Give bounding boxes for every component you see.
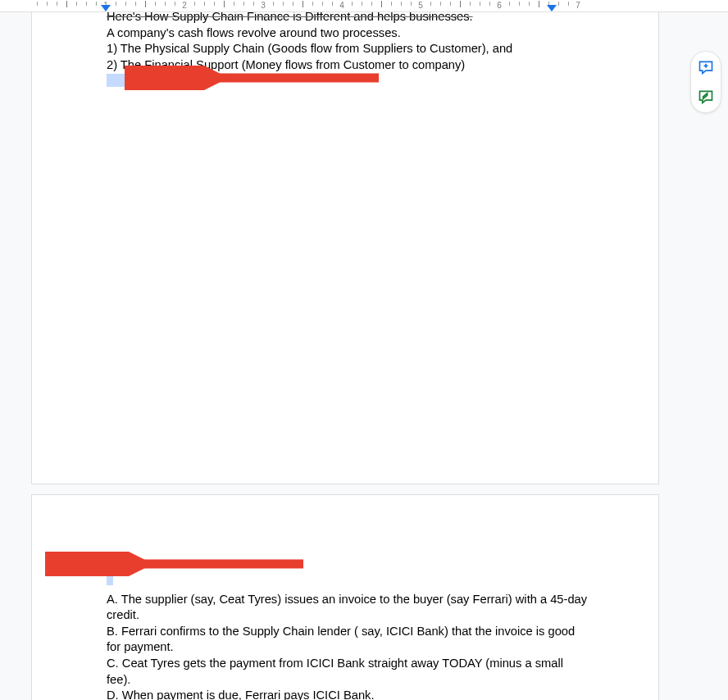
add-comment-button[interactable] — [697, 58, 715, 76]
ruler-number: 2 — [182, 1, 187, 10]
text-line[interactable]: A company's cash flows revolve around tw… — [107, 25, 590, 42]
suggest-edits-button[interactable] — [697, 88, 715, 106]
ruler-number: 4 — [339, 1, 344, 10]
document-canvas: Here's How Supply Chain Finance is Diffe… — [0, 12, 728, 700]
text-line[interactable]: 1) The Physical Supply Chain (Goods flow… — [107, 41, 590, 57]
ruler-number: 6 — [497, 1, 502, 10]
text-line[interactable]: D. When payment is due, Ferrari pays ICI… — [107, 688, 590, 700]
ruler-number: 3 — [261, 1, 266, 10]
right-indent-marker[interactable] — [547, 5, 557, 11]
text-line[interactable]: C. Ceat Tyres gets the payment from ICIC… — [107, 656, 590, 688]
annotation-arrow-top — [125, 66, 387, 90]
text-line[interactable]: A. The supplier (say, Ceat Tyres) issues… — [107, 592, 590, 624]
text-line[interactable]: Here's How Supply Chain Finance is Diffe… — [107, 12, 590, 25]
document-page-2[interactable]: A. The supplier (say, Ceat Tyres) issues… — [31, 494, 659, 700]
comment-toolbar — [690, 51, 721, 113]
page2-text-block[interactable]: A. The supplier (say, Ceat Tyres) issues… — [107, 572, 590, 700]
left-indent-marker[interactable] — [101, 5, 111, 11]
ruler-number: 7 — [576, 1, 580, 10]
text-line[interactable]: B. Ferrari confirms to the Supply Chain … — [107, 624, 590, 656]
ruler-number: 5 — [418, 1, 423, 10]
annotation-arrow-bottom — [41, 552, 312, 576]
